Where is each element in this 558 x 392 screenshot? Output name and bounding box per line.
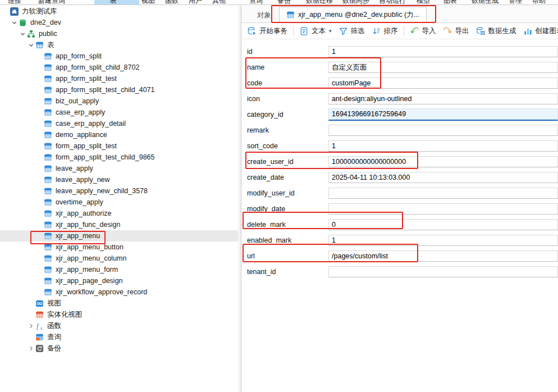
tree-item-leave_apply[interactable]: leave_apply xyxy=(0,163,238,174)
main-toolbar-item[interactable]: 自动运行 xyxy=(379,0,406,5)
field-value-modify_date[interactable] xyxy=(328,203,558,215)
chevron-down-icon[interactable] xyxy=(28,42,35,49)
tree-item-app_form_split_test[interactable]: app_form_split_test xyxy=(0,73,238,84)
tree-item-xjr_app_menu_column[interactable]: xjr_app_menu_column xyxy=(0,253,238,264)
tree-item-label: xjr_workflow_approve_record xyxy=(56,288,147,296)
tree-item-label: app_form_split_test_child_4071 xyxy=(56,86,155,94)
transaction-icon xyxy=(247,26,257,36)
tab-xjr-app-menu[interactable]: xjr_app_menu @dne2_dev.public (力... xyxy=(279,7,427,23)
toolbar-button-chart[interactable]: 创建图表 xyxy=(520,25,558,38)
tree-item-leave_apply_new_child_3578[interactable]: leave_apply_new_child_3578 xyxy=(0,185,238,197)
main-toolbar-item[interactable]: 函数 xyxy=(165,0,179,5)
main-toolbar-item[interactable]: 数据同步 xyxy=(342,0,369,5)
table-icon xyxy=(44,187,52,195)
field-label-remark: remark xyxy=(247,126,328,134)
field-row-category_id: category_id1694139669167259649 xyxy=(247,107,558,122)
toolbar-button-import[interactable]: 导入 xyxy=(406,25,440,38)
tree-item-biz_out_apply[interactable]: biz_out_apply xyxy=(0,95,238,107)
field-value-tenant_id[interactable] xyxy=(328,266,558,277)
tree-item-xjr_app_menu_button[interactable]: xjr_app_menu_button xyxy=(0,241,238,253)
main-toolbar-item[interactable]: 数据生成 xyxy=(472,0,498,5)
field-label-tenant_id: tenant_id xyxy=(247,268,328,276)
main-toolbar-item[interactable]: 管理 xyxy=(509,0,522,5)
object-tree-panel: 力软测试库dne2_devpublic表app_form_splitapp_fo… xyxy=(0,6,238,392)
tree-item-xjr_app_menu_form[interactable]: xjr_app_menu_form xyxy=(0,264,238,275)
tree-item-力软测试库[interactable]: 力软测试库 xyxy=(0,6,238,17)
main-toolbar-item[interactable]: 连接 xyxy=(8,0,21,5)
tree-item-label: xjr_app_authorize xyxy=(56,209,111,217)
field-value-name[interactable]: 自定义页面 xyxy=(328,62,558,73)
view-icon xyxy=(35,299,44,308)
tree-item-case_erp_apply_detail[interactable]: case_erp_apply_detail xyxy=(0,118,238,129)
field-value-code[interactable]: customPage xyxy=(328,78,558,89)
main-toolbar-item[interactable]: 用户 xyxy=(189,0,202,5)
tree-item-label: 视图 xyxy=(47,299,61,308)
chevron-down-icon[interactable] xyxy=(19,30,26,38)
main-toolbar-item[interactable]: 备份 xyxy=(277,0,291,5)
tree-item-dne2_dev[interactable]: dne2_dev xyxy=(0,17,238,28)
tab-objects[interactable]: 对象 xyxy=(249,8,279,22)
field-value-url[interactable]: /pages/custom/list xyxy=(328,250,558,262)
tree-item-实体化视图[interactable]: 实体化视图 xyxy=(0,309,238,320)
toolbar-button-text-doc[interactable]: 文本▾ xyxy=(296,25,335,38)
tree-item-public[interactable]: public xyxy=(0,28,238,39)
tree-item-视图[interactable]: 视图 xyxy=(0,298,238,309)
field-value-id[interactable]: 1 xyxy=(328,46,558,57)
tree-item-form_app_split_test_child_9865[interactable]: form_app_split_test_child_9865 xyxy=(0,152,238,163)
main-toolbar-item[interactable]: 其他 xyxy=(212,0,226,5)
field-row-sort_code: sort_code1 xyxy=(247,138,558,154)
tree-item-app_form_split[interactable]: app_form_split xyxy=(0,51,238,62)
main-toolbar-item[interactable]: 表 xyxy=(110,0,117,5)
tree-item-xjr_app_menu[interactable]: xjr_app_menu xyxy=(0,230,238,241)
tree-item-app_form_split_test_child_4071[interactable]: app_form_split_test_child_4071 xyxy=(0,84,238,95)
tree-item-case_erp_apply[interactable]: case_erp_apply xyxy=(0,107,238,118)
tree-item-label: form_app_split_test xyxy=(56,142,117,150)
toolbar-button-transaction[interactable]: 开始事务 xyxy=(244,25,291,38)
chevron-down-icon[interactable] xyxy=(11,19,18,26)
tree-item-备份[interactable]: 备份 xyxy=(0,343,238,354)
chevron-right-icon[interactable] xyxy=(28,322,35,330)
chevron-right-icon[interactable] xyxy=(28,345,35,352)
tree-item-xjr_workflow_approve_record[interactable]: xjr_workflow_approve_record xyxy=(0,286,238,298)
field-value-modify_user_id[interactable] xyxy=(328,188,558,199)
tree-item-label: xjr_app_menu_button xyxy=(56,243,124,251)
field-value-icon[interactable]: ant-design:aliyun-outlined xyxy=(328,93,558,104)
tree-item-overtime_apply[interactable]: overtime_apply xyxy=(0,197,238,208)
tree-item-label: 查询 xyxy=(47,332,61,342)
toolbar-button-datagen[interactable]: 数据生成 xyxy=(473,25,520,38)
tree-item-app_form_split_child_8702[interactable]: app_form_split_child_8702 xyxy=(0,62,238,73)
main-toolbar-item[interactable]: 模型 xyxy=(417,0,430,5)
table-icon xyxy=(44,254,52,263)
field-value-remark[interactable] xyxy=(328,125,558,136)
tree-item-label: xjr_app_func_design xyxy=(56,221,120,229)
field-row-create_user_id: create_user_id1000000000000000000 xyxy=(247,154,558,170)
tree-item-xjr_app_func_design[interactable]: xjr_app_func_design xyxy=(0,219,238,230)
tree-item-表[interactable]: 表 xyxy=(0,39,238,51)
toolbar-button-export[interactable]: 导出 xyxy=(440,25,473,38)
toolbar-button-label: 导入 xyxy=(422,26,436,36)
main-toolbar-item[interactable]: 帮助 xyxy=(532,0,546,5)
toolbar-button-filter[interactable]: 筛选 xyxy=(335,25,368,38)
field-value-delete_mark[interactable]: 0 xyxy=(328,219,558,230)
tree-item-label: 力软测试库 xyxy=(22,7,57,16)
tree-item-函数[interactable]: fx函数 xyxy=(0,320,238,331)
tree-item-form_app_split_test[interactable]: form_app_split_test xyxy=(0,140,238,152)
main-toolbar-item[interactable]: 视图 xyxy=(141,0,155,5)
field-value-sort_code[interactable]: 1 xyxy=(328,140,558,152)
tree-item-leave_apply_new[interactable]: leave_apply_new xyxy=(0,174,238,185)
main-toolbar-item[interactable]: 数据迁移 xyxy=(306,0,333,5)
dropdown-caret-icon[interactable]: ▾ xyxy=(329,28,332,34)
tree-item-demo_appliance[interactable]: demo_appliance xyxy=(0,129,238,140)
field-label-sort_code: sort_code xyxy=(247,142,328,150)
main-toolbar-item[interactable]: 图表 xyxy=(443,0,457,5)
field-value-category_id[interactable]: 1694139669167259649 xyxy=(328,108,558,121)
toolbar-button-sort[interactable]: 排序 xyxy=(368,25,401,38)
field-value-create_user_id[interactable]: 1000000000000000000 xyxy=(328,156,558,167)
tree-item-查询[interactable]: 查询 xyxy=(0,331,238,343)
main-toolbar-item[interactable]: 新建查询 xyxy=(38,0,65,5)
tree-item-xjr_app_page_design[interactable]: xjr_app_page_design xyxy=(0,275,238,286)
field-value-create_date[interactable]: 2025-04-11 10:13:03.000 xyxy=(328,172,558,183)
tree-item-xjr_app_authorize[interactable]: xjr_app_authorize xyxy=(0,208,238,219)
field-value-enabled_mark[interactable]: 1 xyxy=(328,235,558,246)
main-toolbar-item[interactable]: 查询 xyxy=(249,0,263,5)
